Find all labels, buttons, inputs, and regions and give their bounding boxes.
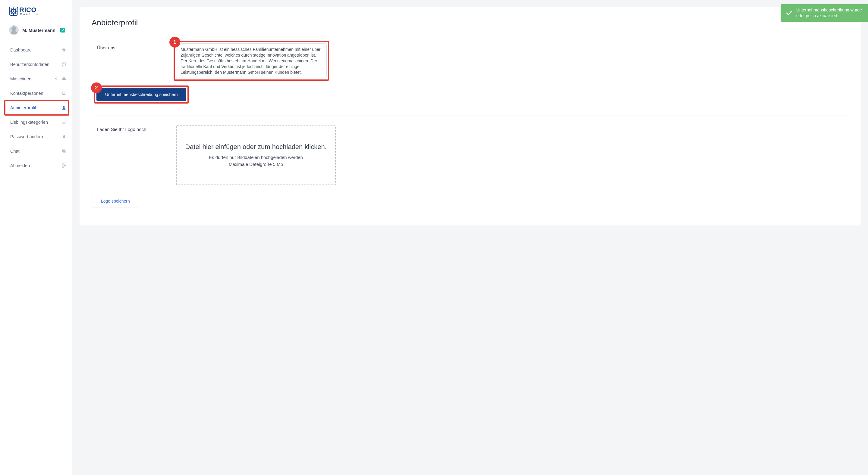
logo-dropzone[interactable]: Datei hier einfügen oder zum hochladen k… xyxy=(176,125,336,185)
divider xyxy=(92,115,849,116)
profile-block[interactable]: M. Mustermann xyxy=(0,19,72,38)
verified-badge-icon xyxy=(60,28,65,33)
check-icon xyxy=(785,9,793,16)
profile-name: M. Mustermann xyxy=(22,28,56,33)
brand-name: RICO xyxy=(19,7,39,13)
sidebar-item-logout[interactable]: Abmelden xyxy=(0,158,72,173)
svg-line-9 xyxy=(15,9,16,10)
sidebar-item-chat[interactable]: Chat xyxy=(0,144,72,158)
avatar xyxy=(9,25,19,35)
sidebar-item-dashboard[interactable]: Dashboard xyxy=(0,43,72,57)
save-logo-button[interactable]: Logo speichern xyxy=(92,195,139,207)
upload-label: Laden Sie Ihr Logo hoch xyxy=(92,125,170,132)
sidebar-item-contacts[interactable]: Kontaktpersonen xyxy=(0,86,72,101)
gear-bracket-icon xyxy=(9,7,18,15)
svg-rect-17 xyxy=(63,94,64,94)
svg-rect-19 xyxy=(62,121,66,121)
list-icon xyxy=(61,120,66,125)
svg-rect-16 xyxy=(63,93,64,94)
sidebar-item-provider-profile[interactable]: Anbieterprofil xyxy=(0,101,72,115)
save-description-button[interactable]: Unternehmensbeschreibung speichern xyxy=(96,88,186,101)
dropzone-title: Datei hier einfügen oder zum hochladen k… xyxy=(185,143,327,151)
provider-profile-card: Anbieterprofil Über uns 1 Mustermann Gmb… xyxy=(80,7,861,226)
divider xyxy=(92,35,849,35)
home-icon xyxy=(61,47,66,53)
svg-line-8 xyxy=(15,13,16,13)
svg-point-13 xyxy=(64,64,64,64)
dropzone-sub2: Maximale Dateigröße 5 Mb xyxy=(229,161,283,168)
sidebar: RICO Machine M. Mustermann Dashboard Ben… xyxy=(0,0,72,475)
svg-point-2 xyxy=(13,10,14,12)
sidebar-item-machines[interactable]: Maschinen xyxy=(0,72,72,86)
sidebar-item-fav-categories[interactable]: Lieblingskategorien xyxy=(0,115,72,129)
person-icon xyxy=(61,105,66,110)
about-label: Über uns xyxy=(92,43,170,50)
company-description-input[interactable]: Mustermann GmbH ist ein hessisches Famil… xyxy=(176,43,327,78)
svg-rect-22 xyxy=(63,136,65,138)
dropzone-sub1: Es dürfen nur Bilddateien hochgeladen we… xyxy=(209,154,303,161)
lock-icon xyxy=(61,134,66,139)
svg-point-18 xyxy=(63,106,64,108)
sidebar-item-change-password[interactable]: Passwort ändern xyxy=(0,129,72,144)
page-title: Anbieterprofil xyxy=(92,18,849,27)
svg-rect-21 xyxy=(62,123,66,124)
info-icon xyxy=(61,62,66,67)
svg-line-7 xyxy=(11,9,12,10)
brand-logo[interactable]: RICO Machine xyxy=(0,0,72,19)
success-toast: Unternehmensbeschreibung wurde erfolgrei… xyxy=(781,4,868,22)
svg-rect-15 xyxy=(63,93,64,93)
car-icon xyxy=(61,76,66,81)
sidebar-item-account[interactable]: Benutzerkontodaten xyxy=(0,57,72,72)
svg-rect-20 xyxy=(62,122,66,123)
contacts-icon xyxy=(61,91,66,96)
chevron-left-icon xyxy=(54,76,59,81)
main-content: Anbieterprofil Über uns 1 Mustermann Gmb… xyxy=(72,0,868,475)
annotation-badge-1: 1 xyxy=(169,37,180,47)
sidebar-nav: Dashboard Benutzerkontodaten Maschinen K… xyxy=(0,43,72,173)
toast-text: Unternehmensbeschreibung wurde erfolgrei… xyxy=(796,7,862,19)
brand-sub: Machine xyxy=(20,13,39,15)
chat-icon xyxy=(61,149,66,154)
svg-line-10 xyxy=(11,13,12,13)
logout-icon xyxy=(61,163,66,168)
